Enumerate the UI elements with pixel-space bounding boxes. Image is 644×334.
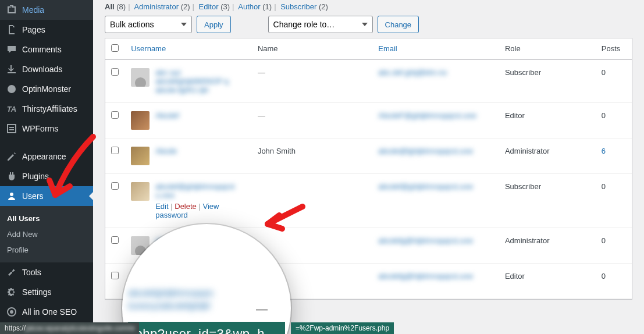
name-value: — <box>258 68 265 77</box>
username-link[interactable]: abcdef@ghijklmnopqrst <box>155 182 234 191</box>
email-link[interactable]: abcdefg@hijklmnopqrst.uvw <box>378 272 473 280</box>
name-value <box>252 174 372 228</box>
actions-row: Bulk actions Apply Change role to… Chang… <box>105 16 632 33</box>
svg-point-4 <box>10 193 13 196</box>
col-posts: Posts <box>596 38 632 60</box>
sidebar-item-pages[interactable]: Pages <box>0 20 93 40</box>
sidebar-item-label: Comments <box>22 45 62 54</box>
sidebar-item-label: Media <box>22 5 44 15</box>
email-link[interactable]: abcde@fghijklmnopqrst.uvw <box>378 147 473 155</box>
filter-all[interactable]: All <box>105 2 115 11</box>
svg-point-6 <box>10 310 13 314</box>
svg-point-0 <box>8 85 16 93</box>
password-link[interactable]: password <box>155 211 188 219</box>
comments-icon <box>6 44 17 55</box>
row-checkbox[interactable] <box>111 111 119 119</box>
sidebar-item-wpforms[interactable]: WPForms <box>0 119 93 138</box>
email-link[interactable]: abc.def.ghij@klm.no <box>378 68 447 77</box>
filter-author[interactable]: Author <box>238 2 260 11</box>
posts-value: 0 <box>596 228 632 264</box>
tools-icon <box>6 267 17 278</box>
table-row: abc xyzabcdefghijklM0NOP qabcde.fg0h1-ij… <box>105 60 632 103</box>
edit-link[interactable]: Edit <box>155 202 168 211</box>
media-icon <box>6 4 17 16</box>
filter-author-count: (1) <box>262 2 272 11</box>
filter-administrator[interactable]: Administrator <box>134 2 179 11</box>
filter-subscriber[interactable]: Subscriber <box>280 2 316 11</box>
col-username[interactable]: Username <box>131 44 166 53</box>
sidebar-item-downloads[interactable]: Downloads <box>0 59 93 79</box>
status-bar-url-right: =%2Fwp-admin%2Fusers.php <box>291 322 394 334</box>
sidebar-item-label: Tools <box>22 268 41 277</box>
email-link[interactable]: AbcdeF@ghijklmnopqrst.uvw <box>378 111 476 120</box>
posts-value: 0 <box>596 264 632 299</box>
ta-icon: TA <box>6 103 17 115</box>
downloads-icon <box>6 63 17 75</box>
avatar <box>131 147 150 165</box>
role-value: Subscriber <box>499 60 596 103</box>
sidebar-item-aioseo[interactable]: All in One SEO <box>0 302 93 322</box>
username-link[interactable]: Abcdef <box>155 111 179 120</box>
role-value: Administrator <box>499 228 596 264</box>
sidebar-item-users[interactable]: Users <box>0 186 93 206</box>
role-value: Administrator <box>499 138 596 174</box>
username-link[interactable]: abc xyz <box>155 68 229 77</box>
sidebar-submenu: All Users Add New Profile <box>0 206 93 262</box>
sidebar-item-plugins[interactable]: Plugins <box>0 166 93 186</box>
magnifier-dash: — <box>256 303 268 316</box>
posts-link[interactable]: 6 <box>602 147 606 155</box>
row-checkbox[interactable] <box>111 68 119 76</box>
sidebar-item-label: Plugins <box>22 172 49 181</box>
col-name: Name <box>252 38 372 60</box>
sidebar-item-label: Downloads <box>22 65 62 74</box>
admin-sidebar: Media Pages Comments Downloads OptinMons… <box>0 0 93 334</box>
change-button[interactable]: Change <box>378 16 419 33</box>
sidebar-item-appearance[interactable]: Appearance <box>0 147 93 166</box>
apply-button[interactable]: Apply <box>197 16 231 33</box>
filter-editor[interactable]: Editor <box>199 2 219 11</box>
col-email[interactable]: Email <box>378 44 397 53</box>
settings-icon <box>6 286 17 298</box>
filter-editor-count: (3) <box>220 2 230 11</box>
role-value: Editor <box>499 103 596 138</box>
table-row[interactable]: abcdef@ghijklmnopqrstu.vwx Edit | Delete… <box>105 174 632 228</box>
row-checkbox[interactable] <box>111 147 119 154</box>
select-all-checkbox[interactable] <box>111 44 119 52</box>
sidebar-item-comments[interactable]: Comments <box>0 40 93 59</box>
submenu-add-new[interactable]: Add New <box>0 226 93 242</box>
row-actions: Edit | Delete | View password <box>155 202 234 219</box>
view-link[interactable]: View <box>202 202 219 211</box>
optinmonster-icon <box>6 83 17 95</box>
sidebar-item-optinmonster[interactable]: OptinMonster <box>0 79 93 99</box>
email-link[interactable]: abcdef@ghijklmnopqrst.uvw <box>378 182 473 191</box>
username-link[interactable]: Abcde <box>155 147 177 155</box>
sidebar-item-tools[interactable]: Tools <box>0 262 93 282</box>
submenu-all-users[interactable]: All Users <box>0 211 93 226</box>
avatar <box>131 182 150 201</box>
sidebar-item-thirstyaffiliates[interactable]: TAThirstyAffiliates <box>0 99 93 119</box>
svg-rect-1 <box>8 125 16 133</box>
username-link[interactable]: abcde.fg0h1-ijkl <box>155 86 229 94</box>
sidebar-item-label: WPForms <box>22 124 58 133</box>
username-link[interactable]: abcdefghijklM0NOP q <box>155 77 229 86</box>
sidebar-item-label: Appearance <box>22 152 66 161</box>
sidebar-item-settings[interactable]: Settings <box>0 282 93 302</box>
delete-link[interactable]: Delete <box>175 202 197 211</box>
username-link[interactable]: u.vwx <box>155 191 234 200</box>
row-checkbox[interactable] <box>111 182 119 190</box>
avatar <box>131 68 150 87</box>
bulk-actions-select[interactable]: Bulk actions <box>105 16 192 33</box>
name-value: John Smith <box>252 138 372 174</box>
sidebar-item-media[interactable]: Media <box>0 0 93 20</box>
sidebar-item-label: OptinMonster <box>22 84 71 94</box>
email-link[interactable]: abcdefg@hijklmnopqrst.uvw <box>378 236 473 245</box>
row-checkbox[interactable] <box>111 236 119 244</box>
change-role-select[interactable]: Change role to… <box>268 16 373 33</box>
submenu-profile[interactable]: Profile <box>0 242 93 258</box>
posts-value: 0 <box>596 103 632 138</box>
sidebar-item-label: Pages <box>22 25 45 34</box>
col-role: Role <box>499 38 596 60</box>
sidebar-item-label: Settings <box>22 287 52 297</box>
row-checkbox[interactable] <box>111 272 119 279</box>
filter-all-count: (8) <box>116 2 126 11</box>
